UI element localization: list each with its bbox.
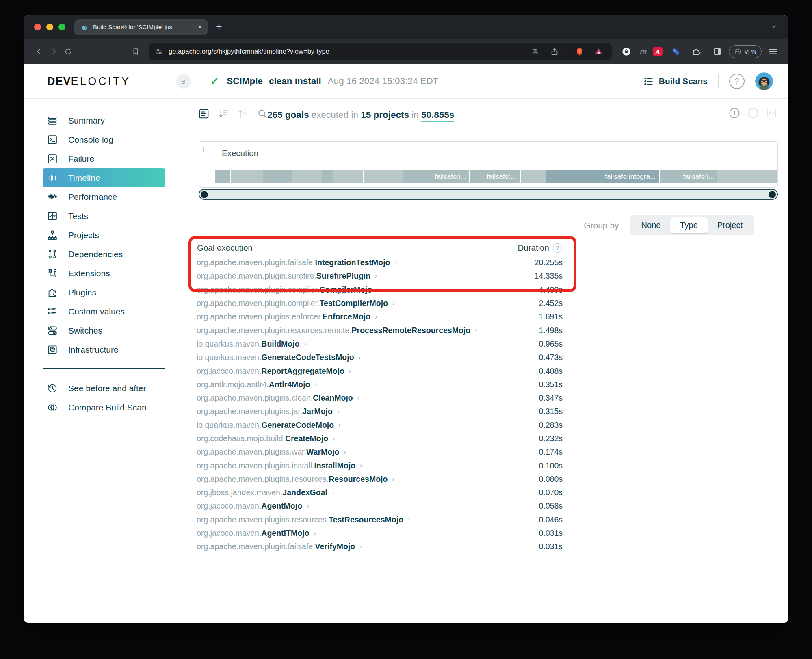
timeline-scrollbar[interactable] — [199, 189, 778, 200]
goal-name[interactable]: BuildMojo — [261, 339, 299, 349]
sidebar-item-projects[interactable]: Projects — [43, 225, 165, 245]
table-row[interactable]: org.codehaus.mojo.build.CreateMojo›0.232… — [197, 432, 563, 445]
timeline-segment[interactable] — [292, 170, 322, 183]
goal-name[interactable]: SurefirePlugin — [316, 271, 370, 281]
password-manager-icon[interactable] — [619, 44, 634, 59]
table-row[interactable]: org.apache.maven.plugins.resources.TestR… — [197, 513, 563, 527]
brave-rewards-icon[interactable] — [591, 44, 606, 59]
sidebar-item-switches[interactable]: Switches — [43, 321, 165, 340]
goal-name[interactable]: Antlr4Mojo — [269, 380, 310, 389]
timeline-segment-failsafe-integra-[interactable]: failsafe:integra... — [546, 170, 659, 183]
table-row[interactable]: org.jacoco.maven.ReportAggregateMojo›0.4… — [197, 364, 563, 377]
goal-name[interactable]: AgentITMojo — [261, 529, 309, 538]
goal-name[interactable]: EnforceMojo — [323, 312, 370, 321]
timeline-segment[interactable] — [263, 170, 292, 183]
goal-name[interactable]: CreateMojo — [285, 434, 328, 443]
tag-extension-icon[interactable] — [669, 44, 683, 59]
goal-name[interactable]: VerifyMojo — [315, 542, 355, 551]
sidebar-item-timeline[interactable]: Timeline — [43, 168, 165, 187]
develocity-logo[interactable]: DEVELOCITY — [47, 75, 131, 88]
share-icon[interactable] — [547, 44, 562, 59]
bookmark-icon[interactable] — [128, 44, 143, 59]
goal-name[interactable]: CleanMojo — [313, 393, 353, 403]
goal-name[interactable]: InstallMojo — [314, 461, 355, 470]
menu-icon[interactable] — [766, 44, 780, 59]
sidebar-item-tests[interactable]: Tests — [43, 206, 165, 225]
sidebar-item-compare-build-scan[interactable]: Compare Build Scan — [43, 398, 165, 417]
goal-name[interactable]: JarMojo — [302, 407, 333, 416]
table-row[interactable]: org.apache.maven.plugins.clean.CleanMojo… — [197, 391, 563, 405]
timeline-segment[interactable] — [333, 170, 362, 183]
timeline-chart[interactable]: I.. Execution failsafe:i...failsafe:...f… — [199, 141, 778, 188]
goal-name[interactable]: CompilerMojo — [319, 285, 372, 295]
reload-icon[interactable] — [61, 44, 76, 59]
vpn-button[interactable]: VPN — [729, 45, 762, 58]
m-extension-icon[interactable]: m — [640, 47, 647, 56]
adguard-extension-icon[interactable]: A — [653, 47, 663, 56]
site-settings-icon[interactable] — [154, 47, 164, 56]
tab-close-icon[interactable]: × — [198, 24, 202, 30]
sidebar-item-plugins[interactable]: Plugins — [43, 283, 165, 302]
maximize-window-button[interactable] — [58, 24, 65, 30]
zoom-in-icon[interactable] — [728, 107, 741, 119]
timeline-segment-failsafe-[interactable]: failsafe:... — [470, 170, 520, 183]
user-avatar[interactable] — [755, 72, 773, 90]
help-icon[interactable]: ? — [729, 74, 745, 89]
timeline-segment[interactable] — [215, 170, 230, 183]
goal-name[interactable]: ProcessRemoteResourcesMojo — [352, 326, 471, 335]
timeline-segment[interactable] — [231, 170, 263, 183]
table-row[interactable]: org.jacoco.maven.AgentITMojo›0.031s — [197, 527, 563, 540]
group-by-option-project[interactable]: Project — [708, 217, 752, 233]
table-row[interactable]: io.quarkus.maven.BuildMojo›0.965s — [197, 337, 563, 351]
zoom-in-page-icon[interactable] — [528, 44, 543, 59]
execution-bars[interactable]: failsafe:i...failsafe:...failsafe:integr… — [215, 170, 777, 183]
new-tab-button[interactable]: + — [216, 21, 222, 33]
timeline-segment[interactable] — [717, 170, 777, 183]
table-row[interactable]: org.jacoco.maven.AgentMojo›0.058s — [197, 499, 563, 513]
sidebar-item-summary[interactable]: Summary — [43, 111, 165, 130]
table-row[interactable]: org.apache.maven.plugins.install.Install… — [197, 459, 563, 472]
url-bar[interactable]: ge.apache.org/s/hkjpythfcmnak/timeline?v… — [149, 43, 612, 60]
table-row[interactable]: org.apache.maven.plugin.surefire.Surefir… — [197, 269, 563, 283]
goal-name[interactable]: TestResourcesMojo — [329, 515, 403, 525]
table-row[interactable]: org.apache.maven.plugin.failsafe.VerifyM… — [197, 540, 563, 553]
duration-column-header[interactable]: Duration ? — [518, 243, 563, 253]
minimize-window-button[interactable] — [46, 24, 53, 30]
details-panel-icon[interactable] — [198, 108, 210, 120]
sidebar-item-extensions[interactable]: Extensions — [43, 264, 165, 283]
table-row[interactable]: org.apache.maven.plugin.compiler.TestCom… — [197, 297, 563, 310]
duration-help-icon[interactable]: ? — [553, 243, 562, 253]
table-row[interactable]: org.apache.maven.plugins.war.WarMojo›0.1… — [197, 445, 563, 459]
timeline-segment[interactable] — [322, 170, 334, 183]
url-text[interactable]: ge.apache.org/s/hkjpythfcmnak/timeline?v… — [169, 48, 524, 55]
sidebar-item-custom-values[interactable]: Custom values — [43, 302, 165, 321]
table-row[interactable]: org.apache.maven.plugin.compiler.Compile… — [197, 283, 563, 297]
scrollbar-left-handle[interactable] — [201, 191, 208, 198]
close-window-button[interactable] — [34, 24, 41, 30]
timeline-segment-failsafe-i-[interactable]: failsafe:i... — [403, 170, 469, 183]
build-scans-link[interactable]: Build Scans — [643, 76, 708, 87]
timeline-segment[interactable] — [364, 170, 403, 183]
table-row[interactable]: org.apache.maven.plugin.failsafe.Integra… — [197, 256, 563, 269]
table-row[interactable]: org.antlr.mojo.antlr4.Antlr4Mojo›0.351s — [197, 378, 563, 391]
tab-search-chevron-icon[interactable] — [770, 22, 778, 32]
goal-name[interactable]: TestCompilerMojo — [319, 299, 388, 308]
table-row[interactable]: org.apache.maven.plugins.resources.Resou… — [197, 473, 563, 486]
group-by-option-type[interactable]: Type — [670, 217, 707, 233]
table-row[interactable]: org.apache.maven.plugins.jar.JarMojo›0.3… — [197, 405, 563, 418]
table-row[interactable]: org.apache.maven.plugin.resources.remote… — [197, 323, 563, 337]
table-row[interactable]: org.apache.maven.plugins.enforcer.Enforc… — [197, 310, 563, 323]
goal-name[interactable]: GenerateCodeMojo — [261, 421, 334, 430]
table-row[interactable]: io.quarkus.maven.GenerateCodeTestsMojo›0… — [197, 351, 563, 364]
table-row[interactable]: io.quarkus.maven.GenerateCodeMojo›0.283s — [197, 418, 563, 432]
table-row[interactable]: org.jboss.jandex.maven.JandexGoal›0.070s — [197, 486, 563, 499]
sort-descending-icon[interactable] — [217, 108, 230, 120]
goal-name[interactable]: ResourcesMojo — [329, 475, 388, 484]
extensions-puzzle-icon[interactable] — [689, 44, 704, 59]
forward-icon[interactable] — [46, 44, 61, 59]
sidebar-item-console-log[interactable]: Console log — [43, 130, 165, 149]
back-icon[interactable] — [32, 44, 46, 59]
sidebar-item-infrastructure[interactable]: Infrastructure — [43, 340, 165, 359]
goal-name[interactable]: AgentMojo — [261, 501, 302, 511]
brave-shields-icon[interactable] — [572, 44, 587, 59]
